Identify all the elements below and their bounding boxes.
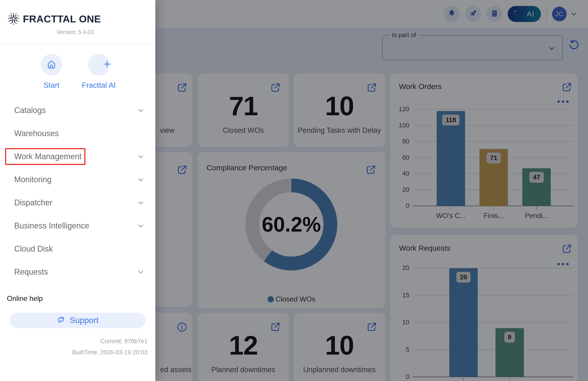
sidebar-menu: FRACTTAL ONE Version: 5.4.03 Start Fract…	[0, 0, 155, 381]
logo-text: FRACTTAL ONE	[23, 13, 101, 25]
chevron-down-icon	[138, 199, 143, 204]
sidebar-item-warehouses[interactable]: Warehouses	[0, 122, 155, 145]
home-icon	[46, 59, 57, 71]
online-help-label: Online help	[7, 294, 43, 303]
shortcut-label: Start	[27, 81, 76, 90]
sidebar-shortcut-start[interactable]: Start	[27, 54, 76, 90]
sidebar-item-catalogs[interactable]: Catalogs	[0, 99, 155, 122]
chevron-down-icon	[138, 176, 143, 181]
app-root: AI JC Is part of view	[0, 0, 588, 381]
sidebar-item-dispatcher[interactable]: Dispatcher	[0, 191, 155, 214]
sidebar-item-requests[interactable]: Requests	[0, 260, 155, 284]
sidebar-item-label: Dispatcher	[14, 198, 52, 207]
sidebar-item-label: Warehouses	[14, 129, 59, 138]
sidebar-item-label: Business Intelligence	[14, 221, 89, 230]
version-label: Version: 5.4.03	[7, 29, 94, 35]
sidebar-item-business-intelligence[interactable]: Business Intelligence	[0, 214, 155, 237]
chevron-down-icon	[138, 107, 143, 112]
chevron-down-icon	[138, 223, 143, 227]
sparkle-icon	[102, 59, 112, 70]
fracttal-logo: FRACTTAL ONE	[7, 12, 101, 26]
fracttal-logo-icon	[7, 12, 20, 26]
sidebar-item-label: Monitoring	[14, 175, 51, 184]
sidebar-item-label: Requests	[14, 267, 48, 277]
chevron-down-icon	[138, 153, 143, 158]
build-info: Commit: 976b7e1 BuiltTime: 2026-03-19 20…	[72, 336, 147, 358]
sidebar-item-monitoring[interactable]: Monitoring	[0, 168, 155, 191]
support-button[interactable]: Support	[10, 313, 146, 328]
sidebar-item-label: Cloud Disk	[14, 244, 53, 254]
sidebar-item-cloud-disk[interactable]: Cloud Disk	[0, 237, 155, 260]
highlight-box-work-management	[5, 148, 85, 165]
sidebar-divider	[0, 44, 155, 45]
built-time-label: BuiltTime: 2026-03-19 20:03	[72, 347, 147, 358]
commit-label: Commit: 976b7e1	[72, 336, 147, 347]
support-label: Support	[70, 316, 99, 325]
sidebar-menu-list: CatalogsWarehousesWork ManagementMonitor…	[0, 99, 155, 284]
chevron-down-icon	[138, 269, 143, 274]
sidebar-item-label: Catalogs	[14, 106, 46, 115]
shortcut-label: Fracttal AI	[74, 81, 123, 90]
sidebar-shortcut-fracttal-ai[interactable]: Fracttal AI	[74, 54, 123, 90]
chat-icon	[57, 315, 66, 325]
